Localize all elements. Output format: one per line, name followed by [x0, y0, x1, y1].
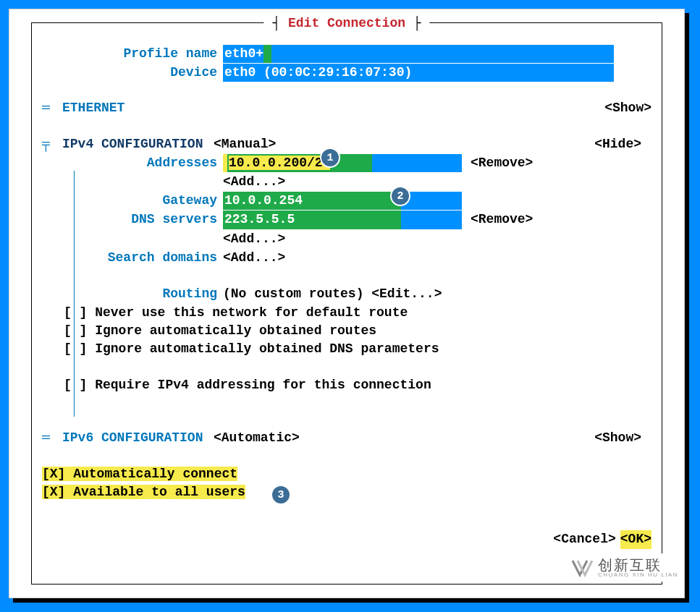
annotation-marker-1: 1	[320, 148, 340, 168]
require-ipv4-checkbox[interactable]: [ ] Require IPv4 addressing for this con…	[64, 376, 651, 394]
ipv4-tree-line	[74, 171, 75, 417]
ok-button[interactable]: <OK>	[620, 530, 651, 548]
ipv4-mode-select[interactable]: <Manual>	[214, 135, 276, 153]
device-input[interactable]: eth0 (00:0C:29:16:07:30)	[223, 64, 614, 82]
ipv4-section-label: IPv4 CONFIGURATION	[62, 135, 214, 153]
available-all-users-checkbox[interactable]: [X] Available to all users	[42, 485, 245, 499]
ignore-dns-checkbox[interactable]: [ ] Ignore automatically obtained DNS pa…	[64, 340, 651, 358]
ipv4-hide-button[interactable]: <Hide>	[594, 135, 641, 153]
addresses-add-button[interactable]: <Add...>	[223, 173, 285, 191]
annotation-marker-3: 3	[271, 485, 291, 505]
dns-input[interactable]: 223.5.5.5	[223, 211, 462, 229]
addresses-label: Addresses	[42, 154, 223, 172]
addresses-input[interactable]: 10.0.0.200/24	[223, 154, 462, 172]
annotation-marker-2: 2	[390, 186, 410, 206]
ipv4-collapse-icon[interactable]: ╤	[42, 135, 62, 153]
search-domains-add-button[interactable]: <Add...>	[223, 249, 285, 267]
dns-label: DNS servers	[42, 211, 223, 229]
cancel-button[interactable]: <Cancel>	[553, 530, 615, 548]
never-default-checkbox[interactable]: [ ] Never use this network for default r…	[64, 304, 651, 322]
watermark-logo: 创新互联 CHUANG XIN HU LIAN	[563, 554, 684, 582]
profile-name-label: Profile name	[42, 45, 223, 63]
ipv6-collapse-icon[interactable]: ═	[42, 429, 62, 447]
search-domains-label: Search domains	[42, 249, 223, 267]
gateway-label: Gateway	[42, 192, 223, 210]
routing-label: Routing	[42, 285, 223, 303]
routing-edit-button[interactable]: (No custom routes) <Edit...>	[223, 285, 442, 303]
ethernet-section-label: ETHERNET	[62, 99, 125, 117]
addresses-remove-button[interactable]: <Remove>	[471, 154, 533, 172]
ipv6-section-label: IPv6 CONFIGURATION	[62, 429, 214, 447]
dns-remove-button[interactable]: <Remove>	[471, 211, 533, 229]
device-label: Device	[42, 64, 223, 82]
gateway-input[interactable]: 10.0.0.254	[223, 192, 462, 210]
auto-connect-checkbox[interactable]: [X] Automatically connect	[42, 467, 237, 481]
ipv6-show-button[interactable]: <Show>	[594, 429, 641, 447]
ethernet-show-button[interactable]: <Show>	[604, 99, 651, 117]
dns-add-button[interactable]: <Add...>	[223, 230, 285, 248]
terminal-window: ┤ Edit Connection ├ Profile name eth0+ D…	[9, 9, 685, 598]
profile-name-input[interactable]: eth0+	[223, 45, 614, 63]
ipv6-mode-select[interactable]: <Automatic>	[214, 429, 300, 447]
ethernet-collapse-icon[interactable]: ═	[42, 99, 62, 117]
frame-border: ┤ Edit Connection ├ Profile name eth0+ D…	[31, 22, 662, 585]
ignore-routes-checkbox[interactable]: [ ] Ignore automatically obtained routes	[64, 322, 651, 340]
